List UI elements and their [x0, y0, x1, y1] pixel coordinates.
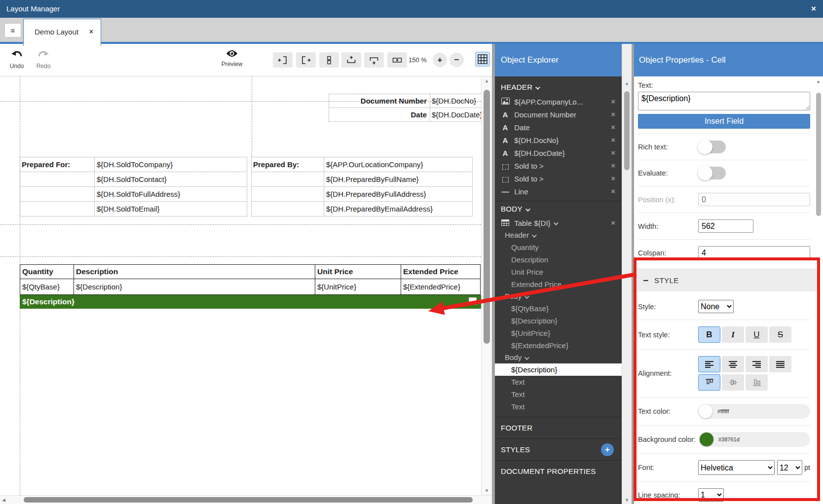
selected-description-row[interactable]: ${Description} — [20, 295, 481, 309]
align-left-button[interactable] — [698, 356, 720, 372]
doc-number-label-cell[interactable]: Document Number — [329, 94, 430, 108]
sold-to-company-cell[interactable]: ${DH.SoldToCompany} — [94, 157, 247, 172]
valign-top-button[interactable] — [698, 374, 720, 391]
empty-cell[interactable] — [20, 201, 95, 216]
extendedprice-cell[interactable]: ${ExtendedPrice} — [401, 279, 481, 295]
tree-child-unitprice-field[interactable]: ${UnitPrice} — [495, 327, 622, 339]
text-color-picker[interactable]: #ffffff — [698, 404, 810, 419]
insert-row-below-button[interactable] — [364, 52, 384, 68]
tree-child-text-3[interactable]: Text — [495, 400, 622, 413]
prepared-by-address-cell[interactable]: ${DH.PreparedByFullAddress} — [324, 186, 473, 202]
tree-item-table[interactable]: Table ${DI} × — [495, 216, 622, 229]
canvas-hscroll-thumb[interactable] — [24, 497, 473, 503]
colspan-input[interactable] — [698, 246, 810, 259]
font-family-select[interactable]: Helvetica — [698, 460, 775, 475]
delete-icon[interactable]: × — [611, 134, 615, 146]
properties-scroll-thumb[interactable] — [816, 93, 821, 216]
tree-section-styles[interactable]: STYLES + — [495, 438, 622, 460]
evaluate-toggle[interactable] — [698, 167, 726, 180]
scroll-down-icon[interactable]: ▼ — [625, 498, 629, 503]
sold-to-contact-cell[interactable]: ${DH.SoldToContact} — [94, 172, 247, 187]
delete-icon[interactable]: × — [611, 159, 615, 172]
qtybase-cell[interactable]: ${QtyBase} — [20, 279, 74, 295]
description-header-cell[interactable]: Description — [74, 264, 315, 279]
scroll-up-icon[interactable]: ▲ — [816, 79, 821, 84]
italic-button[interactable]: I — [722, 326, 744, 343]
sold-to-address-cell[interactable]: ${DH.SoldToFullAddress} — [94, 186, 247, 202]
rich-text-toggle[interactable] — [698, 141, 726, 153]
delete-column-button[interactable] — [319, 52, 339, 68]
design-canvas[interactable]: Document Number ${DH.DocNo} Date ${DH.Do… — [0, 76, 481, 495]
align-center-button[interactable] — [722, 356, 744, 372]
text-input[interactable]: ${Description} — [638, 92, 810, 110]
width-input[interactable] — [698, 219, 753, 233]
tree-item-document-number[interactable]: A Document Number × — [495, 108, 622, 121]
window-close-icon[interactable]: × — [811, 0, 816, 18]
font-size-select[interactable]: 12 — [777, 460, 802, 475]
canvas-vertical-scrollbar[interactable]: ▲ ▼ — [481, 76, 492, 495]
prepared-for-label-cell[interactable]: Prepared For: — [20, 157, 95, 172]
insert-row-above-button[interactable] — [341, 52, 361, 68]
scroll-up-icon[interactable]: ▲ — [625, 81, 629, 86]
tree-item-line[interactable]: — Line × — [495, 185, 622, 198]
canvas-vscroll-thumb[interactable] — [484, 90, 490, 344]
unit-price-header-cell[interactable]: Unit Price — [315, 264, 401, 279]
align-right-button[interactable] — [746, 356, 768, 372]
prepared-by-fullname-cell[interactable]: ${DH.PreparedByFullName} — [324, 172, 473, 187]
position-x-input[interactable] — [698, 193, 810, 206]
tree-section-footer[interactable]: FOOTER — [495, 417, 622, 438]
quantity-header-cell[interactable]: Quantity — [20, 264, 74, 279]
tab-close-icon[interactable]: × — [89, 19, 93, 44]
unitprice-cell[interactable]: ${UnitPrice} — [315, 279, 401, 295]
zoom-in-button[interactable]: + — [433, 53, 447, 67]
tree-child-quantity[interactable]: Quantity — [495, 241, 622, 253]
tree-item-date[interactable]: A Date × — [495, 121, 622, 134]
undo-button[interactable]: Undo — [8, 50, 26, 70]
background-color-picker[interactable]: #38761d — [699, 432, 810, 447]
tab-demo-layout[interactable]: Demo Layout × — [23, 19, 101, 46]
tree-subheader-table-header[interactable]: Header — [495, 229, 622, 241]
insert-column-left-button[interactable] — [273, 52, 293, 68]
properties-scrollbar[interactable]: ▲ — [815, 78, 822, 502]
tree-child-description-field[interactable]: ${Description} — [495, 315, 622, 327]
bold-button[interactable]: B — [698, 326, 720, 343]
delete-icon[interactable]: × — [611, 216, 615, 229]
delete-row-button[interactable] — [387, 52, 407, 68]
tree-child-unit-price[interactable]: Unit Price — [495, 266, 622, 278]
line-spacing-select[interactable]: 1 — [698, 488, 724, 502]
style-select[interactable]: None — [698, 300, 734, 313]
prepared-by-email-cell[interactable]: ${DH.PreparedByEmailAddress} — [324, 201, 473, 216]
delete-icon[interactable]: × — [611, 108, 615, 121]
style-section-header[interactable]: − STYLE — [637, 269, 820, 291]
tree-item-sold-to-2[interactable]: Sold to > × — [495, 172, 622, 185]
canvas-horizontal-scrollbar[interactable]: ◀ — [0, 495, 492, 504]
redo-button[interactable]: Redo — [35, 50, 52, 70]
tree-section-header[interactable]: HEADER — [495, 79, 622, 95]
valign-bottom-button[interactable] — [746, 374, 768, 391]
insert-column-right-button[interactable] — [296, 52, 316, 68]
empty-cell[interactable] — [251, 186, 324, 202]
delete-icon[interactable]: × — [611, 95, 615, 108]
doc-date-label-cell[interactable]: Date — [329, 108, 430, 122]
scroll-up-icon[interactable]: ▲ — [485, 78, 489, 83]
prepared-by-label-cell[interactable]: Prepared By: — [251, 157, 324, 172]
tree-subheader-body-2[interactable]: Body — [495, 352, 622, 363]
preview-button[interactable]: Preview — [220, 49, 244, 68]
explorer-scrollbar[interactable]: ▲ ▼ — [622, 44, 632, 504]
scroll-left-icon[interactable]: ◀ — [2, 498, 5, 503]
tree-item-docno[interactable]: A ${DH.DocNo} × — [495, 134, 622, 146]
align-justify-button[interactable] — [769, 356, 791, 372]
our-location-company-cell[interactable]: ${APP.OurLocationCompany} — [324, 157, 473, 172]
tree-child-qtybase[interactable]: ${QtyBase} — [495, 302, 622, 315]
tree-item-sold-to-1[interactable]: Sold to > × — [495, 159, 622, 172]
empty-cell[interactable] — [20, 186, 95, 202]
scroll-down-icon[interactable]: ▼ — [485, 488, 489, 493]
delete-icon[interactable]: × — [611, 172, 615, 185]
empty-cell[interactable] — [251, 201, 324, 216]
tree-child-description[interactable]: Description — [495, 253, 622, 266]
tree-child-text-2[interactable]: Text — [495, 388, 622, 400]
resize-handle[interactable] — [469, 297, 477, 305]
insert-field-button[interactable]: Insert Field — [638, 114, 810, 129]
tree-section-body[interactable]: BODY — [495, 201, 622, 216]
zoom-out-button[interactable]: − — [449, 53, 464, 67]
